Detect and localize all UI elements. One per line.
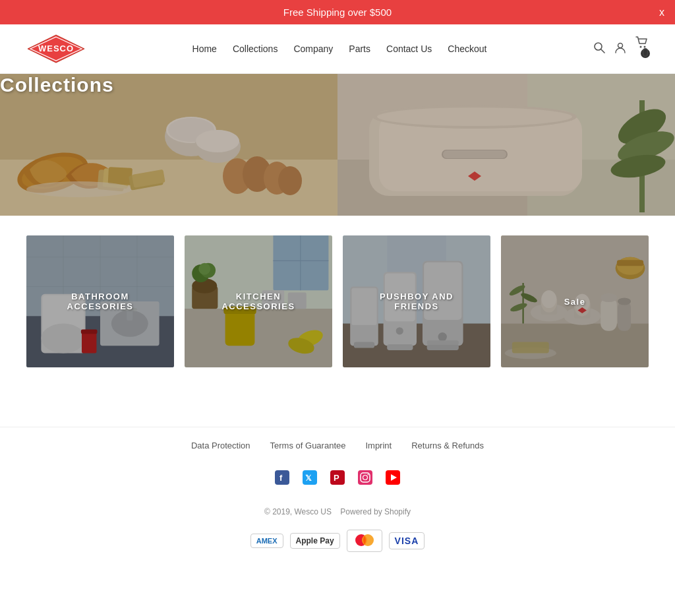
header: WESCO Home Collections Company Parts Con… [0, 24, 675, 74]
payment-icons: AMEX Apple Pay VISA [0, 522, 675, 572]
youtube-icon[interactable] [386, 470, 400, 489]
hero-title: Collections [0, 74, 675, 96]
svg-line-4 [601, 49, 604, 53]
nav-collections[interactable]: Collections [233, 44, 278, 54]
cart-badge: 0 [641, 49, 650, 58]
header-icons: 0 [593, 36, 649, 62]
pinterest-icon[interactable]: P [330, 470, 345, 489]
footer-link-data-protection[interactable]: Data Protection [191, 441, 250, 450]
payment-applepay: Apple Pay [290, 533, 340, 549]
copyright-text: © 2019, Wesco US [264, 507, 332, 516]
login-icon[interactable] [614, 42, 626, 57]
nav-checkout[interactable]: Checkout [448, 44, 486, 54]
announcement-close-button[interactable]: x [659, 7, 664, 18]
svg-point-3 [595, 43, 602, 50]
powered-by-shopify[interactable]: Powered by Shopify [340, 507, 411, 516]
content-spacer [0, 387, 675, 427]
wesco-logo[interactable]: WESCO [26, 34, 86, 64]
social-icons: f 𝕏 P [0, 457, 675, 502]
twitter-icon[interactable]: 𝕏 [303, 470, 317, 489]
footer-link-terms[interactable]: Terms of Guarantee [270, 441, 346, 450]
instagram-icon[interactable] [358, 470, 372, 489]
main-nav: Home Collections Company Parts Contact U… [192, 44, 487, 54]
logo-wrap: WESCO [26, 34, 86, 64]
product-card-pushboy[interactable]: PUSHBOY ANDFRIENDS [343, 235, 490, 367]
card-pushboy-label: PUSHBOY ANDFRIENDS [343, 235, 490, 367]
nav-parts[interactable]: Parts [349, 44, 370, 54]
nav-home[interactable]: Home [192, 44, 217, 54]
svg-text:f: f [279, 473, 283, 483]
payment-amex: AMEX [250, 534, 283, 548]
product-card-kitchen[interactable]: KITCHENACCESSORIES [185, 235, 332, 367]
svg-text:WESCO: WESCO [38, 44, 74, 53]
card-sale-label: Sale [501, 235, 649, 367]
payment-visa: VISA [389, 532, 425, 549]
announcement-bar: Free Shipping over $500 x [0, 0, 675, 24]
nav-company[interactable]: Company [293, 44, 333, 54]
payment-mastercard [347, 530, 382, 552]
product-card-sale[interactable]: Sale [501, 235, 649, 367]
facebook-icon[interactable]: f [275, 470, 289, 489]
svg-text:P: P [334, 473, 339, 483]
footer-link-returns[interactable]: Returns & Refunds [411, 441, 484, 450]
product-card-bathroom[interactable]: BATHROOMACCESORIES [26, 235, 174, 367]
search-icon[interactable] [593, 42, 605, 57]
card-bathroom-label: BATHROOMACCESORIES [26, 235, 174, 367]
hero-banner: Collections [0, 74, 675, 216]
product-grid: BATHROOMACCESORIES [0, 216, 675, 387]
nav-contact-us[interactable]: Contact Us [386, 44, 432, 54]
cart-icon[interactable]: 0 [635, 36, 649, 62]
footer-links: Data Protection Terms of Guarantee Impri… [0, 427, 675, 457]
card-kitchen-label: KITCHENACCESSORIES [185, 235, 332, 367]
footer-link-imprint[interactable]: Imprint [365, 441, 392, 450]
announcement-text: Free Shipping over $500 [283, 7, 392, 18]
svg-text:𝕏: 𝕏 [305, 474, 312, 483]
svg-point-5 [618, 43, 622, 47]
footer-copyright: © 2019, Wesco US Powered by Shopify [0, 502, 675, 522]
footer: Data Protection Terms of Guarantee Impri… [0, 427, 675, 572]
svg-point-127 [368, 474, 369, 476]
